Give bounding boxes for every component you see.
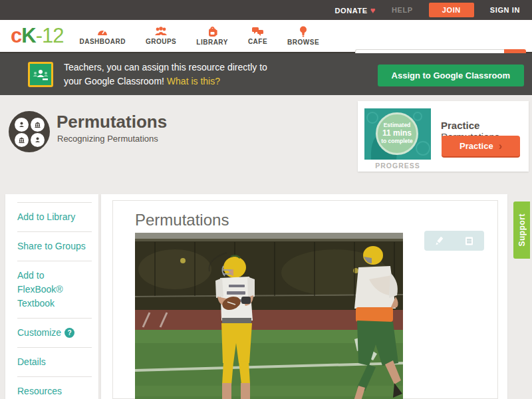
page-title: Permutations — [57, 112, 167, 132]
sidebar-item-add-to-flexbook[interactable]: Add to FlexBook® Textbook — [17, 261, 92, 318]
heart-icon: ♥ — [370, 5, 376, 15]
lesson-photo-football — [135, 233, 403, 399]
page-subtitle: Recognizing Permutations — [57, 134, 158, 144]
sidebar-item-details[interactable]: Details — [17, 347, 92, 376]
nav-library[interactable]: LIBRARY — [196, 26, 228, 46]
lightbulb-icon — [299, 26, 307, 37]
sidebar-item-resources[interactable]: Resources — [17, 376, 92, 399]
nav-dashboard[interactable]: DASHBOARD — [79, 26, 126, 46]
chat-bubbles-icon — [251, 26, 264, 37]
video-modality-icon — [31, 118, 45, 132]
sign-in-button[interactable]: SIGN IN — [490, 6, 520, 14]
action-sidebar: Add to Library Share to Groups Add to Fl… — [5, 194, 98, 399]
chevron-right-icon: › — [499, 140, 502, 152]
read-modality-icon — [15, 118, 29, 132]
edit-pencil-icon[interactable] — [434, 236, 444, 246]
lesson-section-card: Permutations — [112, 200, 498, 399]
google-classroom-banner: Teachers, you can assign this resource d… — [0, 53, 532, 95]
google-classroom-icon — [28, 62, 53, 87]
ck12-lesson-page: DONATE♥ HELP JOIN SIGN IN cK-12 DASHBOAR… — [0, 0, 532, 399]
sidebar-item-customize[interactable]: Customize? — [17, 318, 92, 347]
assign-to-classroom-button[interactable]: Assign to Google Classroom — [378, 65, 524, 86]
support-tab[interactable]: Support — [513, 201, 530, 259]
nav-cafe[interactable]: CAFE — [248, 26, 267, 46]
people-icon — [154, 26, 168, 37]
lesson-panel: Permutations — [101, 194, 507, 399]
study-modality-icon — [31, 133, 45, 147]
nav-groups[interactable]: GROUPS — [146, 26, 176, 46]
practice-modality-icon — [15, 133, 29, 147]
notes-document-icon[interactable] — [464, 236, 474, 246]
ck12-logo[interactable]: cK-12 — [11, 24, 63, 48]
gauge-icon — [96, 26, 108, 37]
main-navbar: cK-12 DASHBOARD GROUPS LIBRARY — [0, 20, 532, 53]
practice-progress-image[interactable]: Estimated 11 mins to complete — [364, 108, 431, 160]
practice-button[interactable]: Practice › — [442, 136, 520, 156]
progress-label: PROGRESS — [364, 162, 431, 170]
concept-modality-icon[interactable] — [9, 111, 50, 152]
sidebar-item-share-to-groups[interactable]: Share to Groups — [17, 231, 92, 261]
help-question-icon[interactable]: ? — [65, 328, 74, 338]
lesson-tools — [424, 231, 484, 251]
nav-browse[interactable]: BROWSE — [287, 26, 319, 46]
help-link[interactable]: HELP — [392, 6, 413, 14]
estimated-time-badge: Estimated 11 mins to complete — [376, 112, 418, 155]
backpack-icon — [207, 26, 218, 37]
donate-link[interactable]: DONATE♥ — [334, 5, 376, 15]
join-button[interactable]: JOIN — [429, 3, 474, 17]
lesson-heading: Permutations — [135, 211, 229, 229]
top-utility-bar: DONATE♥ HELP JOIN SIGN IN — [0, 0, 532, 20]
what-is-this-link[interactable]: What is this? — [167, 76, 220, 86]
sidebar-item-add-to-library[interactable]: Add to Library — [17, 202, 92, 231]
practice-card: Estimated 11 mins to complete PROGRESS P… — [358, 101, 529, 172]
banner-message: Teachers, you can assign this resource d… — [64, 61, 267, 88]
